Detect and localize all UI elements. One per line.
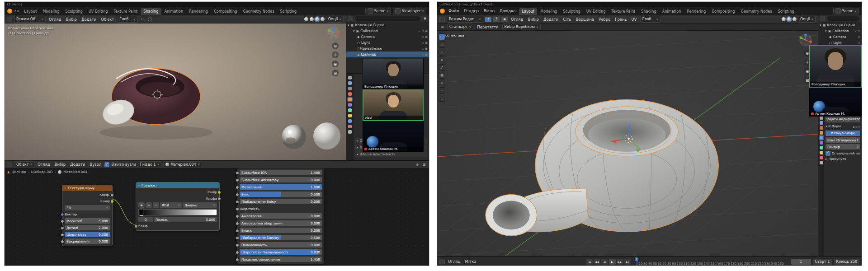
cursor-tool-icon[interactable]: ◎ [439, 41, 445, 48]
mode-dropdown[interactable]: Режим Редаг…∨ [447, 16, 483, 23]
properties-tab-icon[interactable] [348, 125, 352, 128]
properties-tab-icon[interactable] [820, 126, 823, 130]
webcam-volodymyr[interactable]: Володимир Плющик [809, 45, 862, 88]
next-keyframe-button[interactable]: ▶▶ [617, 259, 623, 265]
active-tool-dropdown[interactable]: Вибір Коробкою∨ [502, 23, 541, 30]
shading-solid-icon[interactable] [310, 17, 314, 21]
menu-view[interactable]: Огляд [509, 17, 525, 22]
jump-to-start-button[interactable]: |◀ [586, 259, 593, 265]
color-mode-dropdown[interactable]: RGB∨ [160, 202, 182, 208]
principled-bsdf-node[interactable]: Subsurface IOR1.400 Subsurface Anisotrop… [237, 168, 325, 264]
noise-texture-node[interactable]: ∨Текстура шуму Коеф. Колір 3D∨ Вектор Ма… [62, 185, 113, 246]
node-header[interactable]: ∨Текстура шуму [62, 185, 112, 191]
output-socket-fac[interactable]: Коеф. [65, 192, 110, 197]
properties-tab-icon[interactable] [348, 92, 352, 96]
tool-icon[interactable]: ⊞ [439, 24, 445, 30]
proportional-edit-icon[interactable]: ◯ [147, 17, 152, 22]
add-modifier-button[interactable]: Додати модифікатор [826, 116, 860, 122]
editor-type-icon[interactable] [7, 162, 12, 167]
properties-tab-icon[interactable] [348, 108, 352, 112]
properties-tab-icon[interactable] [820, 146, 823, 150]
options-dropdown[interactable]: Опції∨ [326, 16, 344, 23]
bsdf-anisotropic-rotation[interactable]: Анізотропне обертання0.000 [240, 220, 322, 226]
transform-orientation-dropdown[interactable]: Глоб…∨ [640, 16, 661, 23]
select-box-tool-icon[interactable]: ▢ [439, 33, 445, 40]
tab-shading[interactable]: Shading [141, 8, 161, 15]
noise-scale-slider[interactable]: Масштаб5.000 [65, 218, 110, 224]
menu-object[interactable]: Об'єкт [99, 17, 115, 22]
menu-fragment[interactable]: ка [14, 9, 19, 13]
tab-layout[interactable]: Layout [519, 8, 537, 15]
optimal-display-checkbox[interactable]: Оптимальний показ [826, 151, 860, 156]
outliner-row-collection[interactable]: ▾▣Collection✓⊙ [818, 28, 862, 34]
annotate-tool-icon[interactable]: ≈ [439, 79, 445, 86]
properties-tab-icon[interactable] [348, 130, 352, 134]
properties-tab-icon[interactable] [348, 76, 352, 79]
output-socket-alpha[interactable]: Альфа [138, 196, 217, 201]
camera-view-icon[interactable]: ◉ [332, 61, 339, 67]
shader-type-dropdown[interactable]: Об'єкт∨ [14, 161, 34, 168]
current-frame-field[interactable]: 1 [791, 259, 811, 265]
filter-icon[interactable]: ▼ [422, 16, 428, 21]
bsdf-ior[interactable]: Показник заломлення1.450 [240, 257, 322, 262]
bsdf-specular-tint[interactable]: Підбарвлення Бліку0.000 [240, 199, 322, 204]
menu-add[interactable]: Додати [80, 17, 98, 22]
zoom-icon[interactable]: ⊕ [332, 42, 339, 49]
output-socket-color[interactable]: Колір [138, 190, 217, 195]
outliner-row-scene-collection[interactable]: ▾▦Колекція Сцени [346, 22, 429, 28]
tab-shading[interactable]: Shading [638, 8, 659, 15]
shading-material-icon[interactable] [793, 17, 797, 21]
menu-render[interactable]: Рендер [462, 9, 480, 13]
properties-tab-icon[interactable] [820, 131, 823, 135]
rotate-tool-icon[interactable]: ↻ [439, 56, 445, 63]
panel-custom-properties[interactable]: ▸Власні властивості [355, 151, 427, 157]
dimensions-dropdown[interactable]: 3D∨ [65, 205, 110, 210]
properties-tab-icon[interactable] [348, 98, 352, 101]
properties-tab-icon[interactable] [820, 141, 823, 145]
properties-tab-icon[interactable] [820, 121, 823, 125]
tab-uv-editing[interactable]: UV Editing [86, 8, 111, 15]
properties-tab-icon[interactable] [820, 151, 823, 154]
tab-animation[interactable]: Animation [660, 8, 684, 15]
bsdf-clearcoat[interactable]: Полакованість0.000 [240, 242, 322, 248]
bsdf-anisotropic[interactable]: Анізотропія0.000 [240, 213, 322, 219]
noise-detail-slider[interactable]: Деталі2.000 [65, 225, 110, 230]
scene-selector[interactable]: Scene∨ [833, 8, 859, 14]
tab-sculpting[interactable]: Sculpting [62, 8, 85, 15]
blender-logo-icon[interactable] [7, 9, 12, 14]
shading-solid-icon[interactable] [787, 17, 791, 21]
3d-viewport[interactable]: Користувач Перспектива (1) Collection | … [5, 23, 346, 161]
modifier-header[interactable]: ▾ ⊞ Поділ ◆⊙✕ [826, 124, 860, 129]
input-socket-fac[interactable]: Коеф. [138, 224, 217, 229]
pin-icon[interactable]: ⊙ [415, 162, 420, 167]
scale-tool-icon[interactable]: ⤢ [439, 64, 445, 71]
bsdf-sheen-tint[interactable]: Підбарвлення Блиску0.500 [240, 235, 322, 240]
play-button[interactable]: ▶ [609, 259, 616, 265]
properties-tab-icon[interactable] [348, 119, 352, 123]
outliner-row-collection[interactable]: ▾▣Collection✓⊙▣ [346, 28, 429, 34]
tab-geometry-nodes[interactable]: Geometry Nodes [240, 8, 277, 15]
menu-view[interactable]: Огляд [447, 259, 462, 264]
editor-type-icon[interactable] [439, 17, 445, 22]
jump-to-end-button[interactable]: ▶| [624, 259, 631, 265]
properties-tab-icon[interactable] [820, 161, 823, 164]
properties-tab-icon[interactable] [348, 87, 352, 90]
menu-uv[interactable]: UV [630, 17, 638, 22]
transform-orientation-dropdown[interactable]: Глоб…∨ [117, 16, 138, 23]
webcam-artem[interactable]: Артем Кошман М. [809, 88, 862, 117]
tab-modeling[interactable]: Modeling [40, 8, 62, 15]
tab-scripting[interactable]: Scripting [277, 8, 299, 15]
prev-keyframe-button[interactable]: ◀◀ [594, 259, 600, 265]
catmull-clark-button[interactable]: Катмул-Кларк [826, 131, 860, 136]
menu-node[interactable]: Вузол [88, 162, 103, 167]
output-socket-color[interactable]: Колір [65, 199, 110, 204]
tab-scripting[interactable]: Scripting [775, 8, 797, 15]
bsdf-specular[interactable]: Блік0.500 [240, 192, 322, 197]
tab-layout[interactable]: Layout [21, 8, 39, 15]
webcam-volodymyr[interactable]: Володимир Плющик [363, 59, 424, 89]
navigation-gizmo[interactable] [327, 26, 340, 40]
scene-selector[interactable]: Scene∨ [365, 8, 391, 14]
interpolation-dropdown[interactable]: Лінійно∨ [183, 202, 217, 208]
bsdf-clearcoat-roughness[interactable]: Шорсткість Полакованості0.030 [240, 249, 322, 255]
node-header[interactable]: ∨Градієнт [136, 182, 219, 188]
